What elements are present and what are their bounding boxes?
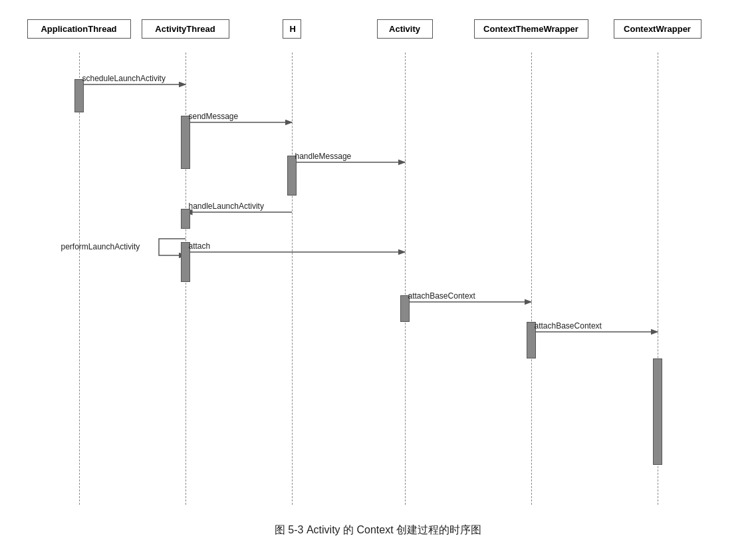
sequence-diagram: ApplicationThreadActivityThreadHActivity… [13, 13, 744, 518]
arrow-label-4: performLaunchActivity [61, 242, 140, 251]
activation-bar-0 [74, 79, 84, 112]
arrow-label-6: attachBaseContext [408, 291, 475, 301]
activation-bar-3 [181, 209, 190, 229]
lifeline-box-ctw: ContextThemeWrapper [474, 19, 588, 39]
activation-bar-2 [287, 156, 297, 196]
activation-bar-1 [181, 116, 190, 169]
lifeline-line-app [79, 53, 80, 505]
arrow-label-5: attach [189, 241, 211, 251]
lifeline-box-app: ApplicationThread [27, 19, 131, 39]
activation-bar-7 [653, 358, 662, 465]
arrow-label-2: handleMessage [295, 152, 352, 161]
lifeline-box-act: ActivityThread [142, 19, 229, 39]
lifeline-line-activity [405, 53, 406, 505]
lifeline-box-h: H [283, 19, 301, 39]
lifeline-line-h [292, 53, 293, 505]
arrow-label-7: attachBaseContext [535, 321, 602, 331]
lifeline-box-activity: Activity [377, 19, 433, 39]
arrow-label-0: scheduleLaunchActivity [82, 74, 166, 83]
arrow-label-1: sendMessage [189, 112, 239, 121]
lifeline-line-ctw [531, 53, 532, 505]
arrow-label-3: handleLaunchActivity [189, 202, 264, 211]
diagram-caption: 图 5-3 Activity 的 Context 创建过程的时序图 [275, 523, 481, 537]
lifeline-box-cw: ContextWrapper [614, 19, 701, 39]
